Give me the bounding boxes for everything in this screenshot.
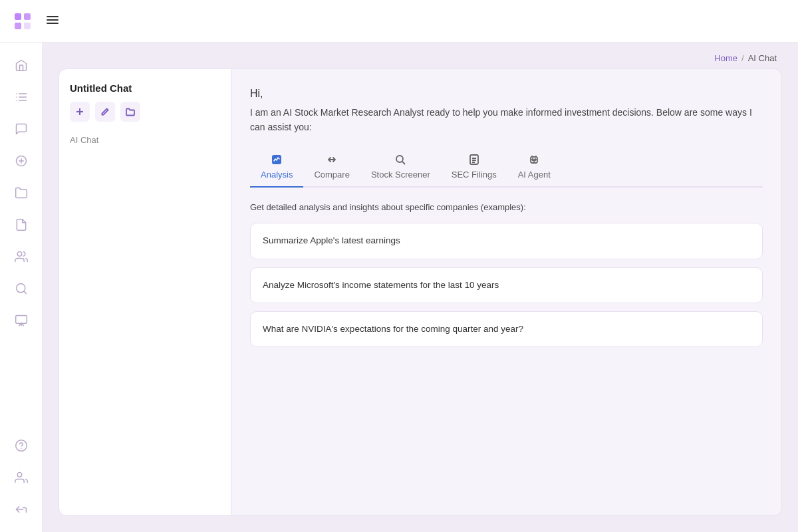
breadcrumb-current: AI Chat: [748, 53, 777, 63]
example-card-2[interactable]: Analyze Microsoft's income statements fo…: [250, 267, 763, 303]
tab-sec-filings[interactable]: SEC Filings: [441, 148, 507, 188]
svg-rect-2: [15, 23, 21, 29]
breadcrumb-separator: /: [741, 53, 744, 63]
sidebar-item-search[interactable]: [7, 274, 36, 303]
edit-chat-button[interactable]: [95, 102, 115, 122]
sidebar-item-download[interactable]: [7, 306, 36, 335]
tab-analysis[interactable]: Analysis: [250, 148, 303, 188]
menu-button[interactable]: [45, 13, 60, 30]
tab-stock-screener[interactable]: Stock Screener: [360, 148, 441, 188]
svg-point-38: [535, 159, 536, 160]
sidebar-item-list[interactable]: [7, 82, 36, 112]
chat-content: Hi, I am an AI Stock Market Research Ana…: [231, 69, 781, 515]
svg-point-21: [15, 440, 27, 452]
sidebar-item-users[interactable]: [7, 242, 36, 271]
topbar: [0, 0, 798, 43]
chat-title: Untitled Chat: [70, 82, 220, 94]
app-logo: [11, 9, 35, 33]
example-card-1[interactable]: Summarize Apple's latest earnings: [250, 223, 763, 259]
svg-line-29: [402, 162, 405, 164]
sidebar-item-team[interactable]: [7, 463, 36, 492]
chat-actions: [70, 102, 220, 122]
chat-sidebar: Untitled Chat AI Chat: [59, 68, 231, 516]
breadcrumb-home[interactable]: Home: [714, 53, 737, 63]
sidebar-item-export[interactable]: [7, 495, 36, 524]
greeting: Hi,: [250, 88, 763, 100]
new-chat-button[interactable]: [70, 102, 90, 122]
svg-point-37: [532, 159, 533, 160]
sidebar: [0, 43, 43, 532]
tabs-container: Analysis Compare Stock Screener: [250, 148, 763, 188]
sidebar-item-home[interactable]: [7, 51, 36, 80]
svg-point-23: [17, 473, 22, 477]
sidebar-item-document[interactable]: [7, 210, 36, 239]
chat-main: Hi, I am an AI Stock Market Research Ana…: [231, 68, 782, 516]
section-description: Get detailed analysis and insights about…: [250, 201, 763, 214]
svg-line-18: [23, 291, 26, 294]
svg-rect-19: [15, 316, 27, 324]
sidebar-item-chat[interactable]: [7, 114, 36, 144]
example-card-3[interactable]: What are NVIDIA's expectations for the c…: [250, 311, 763, 347]
svg-rect-1: [24, 13, 31, 20]
sidebar-item-folder[interactable]: [7, 178, 36, 207]
svg-point-16: [17, 252, 22, 257]
breadcrumb: Home / AI Chat: [43, 43, 798, 68]
folder-chat-button[interactable]: [120, 102, 140, 122]
svg-point-28: [396, 156, 403, 162]
intro-text: I am an AI Stock Market Research Analyst…: [250, 105, 763, 135]
sidebar-item-add[interactable]: [7, 146, 36, 176]
chat-label: AI Chat: [70, 132, 220, 148]
sidebar-item-help[interactable]: [7, 431, 36, 460]
svg-rect-0: [15, 13, 21, 20]
tab-compare[interactable]: Compare: [303, 148, 360, 188]
content-area: Untitled Chat AI Chat Hi, I am an AI Sto…: [43, 68, 798, 532]
svg-rect-3: [24, 23, 31, 29]
tab-ai-agent[interactable]: AI Agent: [507, 148, 561, 188]
